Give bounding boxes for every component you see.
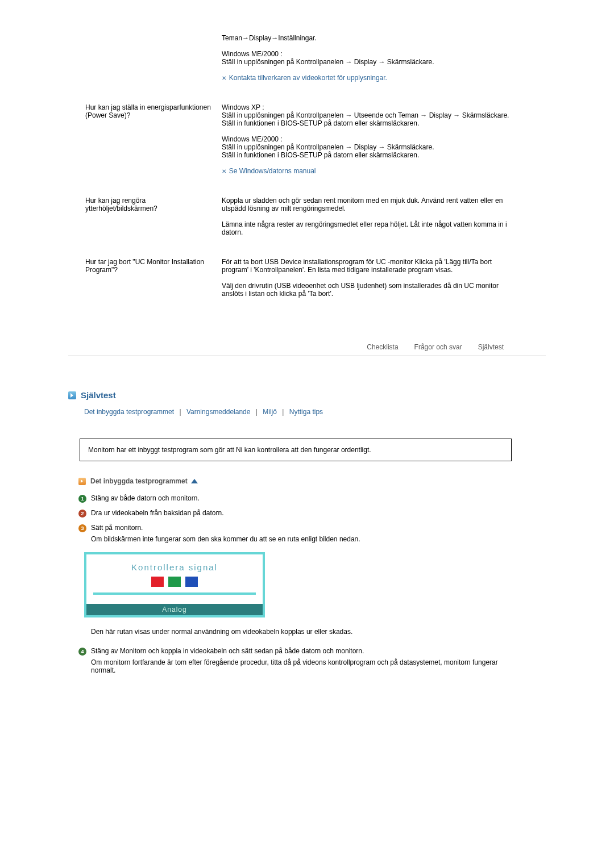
- faq-answer: För att ta bort USB Device installations…: [222, 258, 546, 306]
- step-text: Sätt på monitorn.: [91, 524, 512, 532]
- step-text: Dra ur videokabeln från baksidan på dato…: [91, 509, 512, 517]
- step-number-icon: 2: [78, 510, 86, 518]
- faq-answer-line: Teman→Display→Inställningar.: [222, 34, 512, 42]
- signal-dialog: Kontrollera signal Analog: [84, 552, 265, 617]
- faq-answer-line: För att ta bort USB Device installations…: [222, 258, 512, 274]
- step-number-icon: 1: [78, 495, 86, 503]
- faq-question: Hur tar jag bort "UC Monitor Installatio…: [68, 258, 222, 274]
- faq-note: Se Windows/datorns manual: [222, 167, 512, 175]
- step-item: 3 Sätt på monitorn. Om bildskärmen inte …: [78, 524, 546, 546]
- step-text: Stäng av Monitorn och koppla in videokab…: [91, 647, 512, 655]
- faq-row: Hur tar jag bort "UC Monitor Installatio…: [68, 258, 546, 306]
- step-item: 4 Stäng av Monitorn och koppla in videok…: [78, 647, 546, 678]
- faq-answer-line: Windows XP : Ställ in upplösningen på Ko…: [222, 103, 512, 127]
- numbered-steps: 1 Stäng av både datorn och monitorn. 2 D…: [78, 494, 546, 546]
- info-box-text: Monitorn har ett inbyggt testprogram som…: [88, 446, 371, 454]
- faq-answer-line: Koppla ur sladden och gör sedan rent mon…: [222, 197, 512, 212]
- numbered-steps: 4 Stäng av Monitorn och koppla in videok…: [78, 647, 546, 678]
- blue-square-icon: [185, 577, 198, 587]
- tab-checklist[interactable]: Checklista: [359, 340, 406, 356]
- faq-question: Hur kan jag ställa in energisparfunktion…: [68, 103, 222, 119]
- tab-faq[interactable]: Frågor och svar: [406, 340, 470, 356]
- separator: |: [256, 408, 258, 416]
- step-text: Om monitorn fortfarande är tom efter för…: [91, 658, 512, 674]
- rgb-indicator: [86, 577, 263, 587]
- faq-answer: Teman→Display→Inställningar. Windows ME/…: [222, 34, 546, 90]
- faq-answer: Windows XP : Ställ in upplösningen på Ko…: [222, 103, 546, 183]
- step-number-icon: 3: [78, 524, 86, 532]
- separator: |: [179, 408, 181, 416]
- signal-title: Kontrollera signal: [86, 562, 263, 572]
- sub-section-title: Det inbyggda testprogrammet: [90, 477, 188, 485]
- faq-note: Kontakta tillverkaren av videokortet för…: [222, 74, 512, 82]
- arrow-right-icon: [68, 391, 76, 399]
- tab-selftest[interactable]: Självtest: [470, 340, 512, 356]
- signal-footer: Analog: [86, 604, 263, 615]
- subnav-link-builtin-test[interactable]: Det inbyggda testprogrammet: [84, 408, 174, 416]
- green-square-icon: [168, 577, 181, 587]
- subnav-link-tips[interactable]: Nyttiga tips: [289, 408, 323, 416]
- faq-answer-line: Välj den drivrutin (USB videoenhet och U…: [222, 282, 512, 298]
- step-number-icon: 4: [78, 648, 86, 656]
- faq-row: Teman→Display→Inställningar. Windows ME/…: [68, 34, 546, 90]
- step-item: 1 Stäng av både datorn och monitorn.: [78, 494, 546, 506]
- subnav-link-env[interactable]: Miljö: [263, 408, 277, 416]
- up-triangle-icon[interactable]: [191, 479, 198, 483]
- section-header: Självtest: [68, 390, 546, 400]
- arrow-right-icon: [78, 478, 86, 485]
- faq-question: Hur kan jag rengöra ytterhöljet/bildskär…: [68, 197, 222, 212]
- step-text: Om bildskärmen inte fungerar som den ska…: [91, 535, 512, 543]
- step-text: Stäng av både datorn och monitorn.: [91, 494, 512, 502]
- faq-answer-line: Lämna inte några rester av rengöringsmed…: [222, 220, 512, 236]
- subnav-link-warning[interactable]: Varningsmeddelande: [186, 408, 251, 416]
- faq-row: Hur kan jag ställa in energisparfunktion…: [68, 103, 546, 183]
- faq-row: Hur kan jag rengöra ytterhöljet/bildskär…: [68, 197, 546, 244]
- faq-answer-line: Windows ME/2000 : Ställ in upplösningen …: [222, 135, 512, 159]
- divider: [93, 592, 256, 595]
- section-title: Självtest: [81, 390, 116, 400]
- faq-table: Teman→Display→Inställningar. Windows ME/…: [68, 34, 546, 306]
- subnav: Det inbyggda testprogrammet | Varningsme…: [84, 408, 546, 416]
- sub-section-header: Det inbyggda testprogrammet: [78, 477, 546, 485]
- tab-bar: Checklista Frågor och svar Självtest: [68, 340, 546, 356]
- info-box: Monitorn har ett inbyggt testprogram som…: [80, 439, 512, 461]
- signal-caption: Den här rutan visas under normal användn…: [91, 628, 512, 636]
- red-square-icon: [151, 577, 164, 587]
- separator: |: [282, 408, 284, 416]
- faq-answer: Koppla ur sladden och gör sedan rent mon…: [222, 197, 546, 244]
- step-item: 2 Dra ur videokabeln från baksidan på da…: [78, 509, 546, 520]
- faq-answer-line: Windows ME/2000 : Ställ in upplösningen …: [222, 50, 512, 66]
